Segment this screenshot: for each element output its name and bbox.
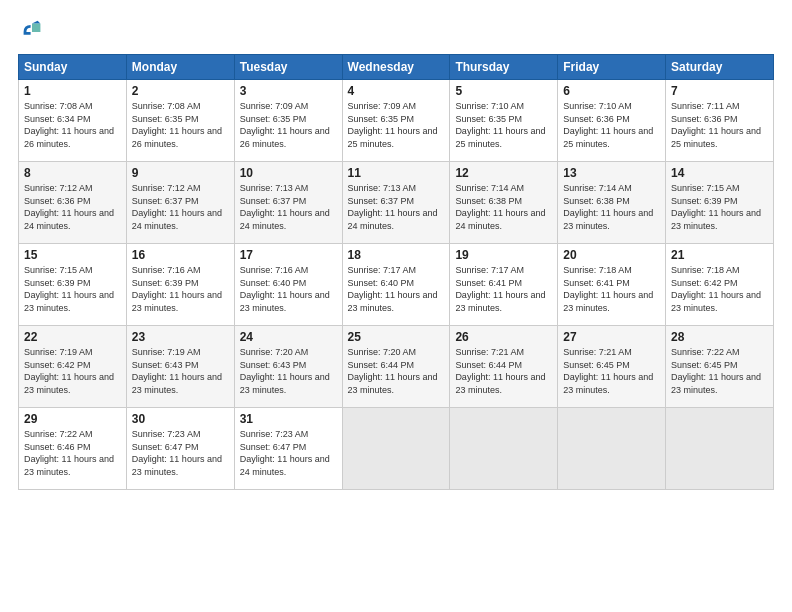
col-header-friday: Friday [558, 55, 666, 80]
day-info: Sunrise: 7:14 AMSunset: 6:38 PMDaylight:… [563, 182, 660, 232]
day-number: 18 [348, 248, 445, 262]
calendar-cell: 19 Sunrise: 7:17 AMSunset: 6:41 PMDaylig… [450, 244, 558, 326]
day-info: Sunrise: 7:19 AMSunset: 6:43 PMDaylight:… [132, 346, 229, 396]
day-number: 13 [563, 166, 660, 180]
calendar-cell: 24 Sunrise: 7:20 AMSunset: 6:43 PMDaylig… [234, 326, 342, 408]
calendar-cell: 18 Sunrise: 7:17 AMSunset: 6:40 PMDaylig… [342, 244, 450, 326]
day-info: Sunrise: 7:14 AMSunset: 6:38 PMDaylight:… [455, 182, 552, 232]
day-number: 9 [132, 166, 229, 180]
day-info: Sunrise: 7:21 AMSunset: 6:45 PMDaylight:… [563, 346, 660, 396]
calendar-cell: 7 Sunrise: 7:11 AMSunset: 6:36 PMDayligh… [666, 80, 774, 162]
day-number: 3 [240, 84, 337, 98]
day-info: Sunrise: 7:23 AMSunset: 6:47 PMDaylight:… [132, 428, 229, 478]
day-number: 10 [240, 166, 337, 180]
day-info: Sunrise: 7:10 AMSunset: 6:36 PMDaylight:… [563, 100, 660, 150]
calendar-cell [666, 408, 774, 490]
day-number: 12 [455, 166, 552, 180]
day-number: 26 [455, 330, 552, 344]
day-info: Sunrise: 7:20 AMSunset: 6:44 PMDaylight:… [348, 346, 445, 396]
day-number: 15 [24, 248, 121, 262]
calendar-cell: 12 Sunrise: 7:14 AMSunset: 6:38 PMDaylig… [450, 162, 558, 244]
logo [18, 18, 50, 46]
calendar-cell: 27 Sunrise: 7:21 AMSunset: 6:45 PMDaylig… [558, 326, 666, 408]
calendar-cell: 21 Sunrise: 7:18 AMSunset: 6:42 PMDaylig… [666, 244, 774, 326]
calendar-cell: 17 Sunrise: 7:16 AMSunset: 6:40 PMDaylig… [234, 244, 342, 326]
day-info: Sunrise: 7:12 AMSunset: 6:37 PMDaylight:… [132, 182, 229, 232]
day-number: 22 [24, 330, 121, 344]
day-number: 23 [132, 330, 229, 344]
col-header-monday: Monday [126, 55, 234, 80]
calendar-cell: 8 Sunrise: 7:12 AMSunset: 6:36 PMDayligh… [19, 162, 127, 244]
calendar-cell: 13 Sunrise: 7:14 AMSunset: 6:38 PMDaylig… [558, 162, 666, 244]
day-info: Sunrise: 7:22 AMSunset: 6:46 PMDaylight:… [24, 428, 121, 478]
day-info: Sunrise: 7:16 AMSunset: 6:39 PMDaylight:… [132, 264, 229, 314]
calendar-cell: 30 Sunrise: 7:23 AMSunset: 6:47 PMDaylig… [126, 408, 234, 490]
day-number: 30 [132, 412, 229, 426]
calendar-week-4: 22 Sunrise: 7:19 AMSunset: 6:42 PMDaylig… [19, 326, 774, 408]
logo-icon [18, 18, 46, 46]
day-number: 25 [348, 330, 445, 344]
day-number: 6 [563, 84, 660, 98]
calendar-cell [342, 408, 450, 490]
day-number: 28 [671, 330, 768, 344]
calendar-cell: 15 Sunrise: 7:15 AMSunset: 6:39 PMDaylig… [19, 244, 127, 326]
day-number: 20 [563, 248, 660, 262]
day-number: 11 [348, 166, 445, 180]
day-info: Sunrise: 7:15 AMSunset: 6:39 PMDaylight:… [24, 264, 121, 314]
day-info: Sunrise: 7:15 AMSunset: 6:39 PMDaylight:… [671, 182, 768, 232]
calendar-cell: 4 Sunrise: 7:09 AMSunset: 6:35 PMDayligh… [342, 80, 450, 162]
calendar-week-2: 8 Sunrise: 7:12 AMSunset: 6:36 PMDayligh… [19, 162, 774, 244]
calendar-cell: 10 Sunrise: 7:13 AMSunset: 6:37 PMDaylig… [234, 162, 342, 244]
day-info: Sunrise: 7:11 AMSunset: 6:36 PMDaylight:… [671, 100, 768, 150]
day-info: Sunrise: 7:10 AMSunset: 6:35 PMDaylight:… [455, 100, 552, 150]
day-number: 27 [563, 330, 660, 344]
calendar-cell: 22 Sunrise: 7:19 AMSunset: 6:42 PMDaylig… [19, 326, 127, 408]
col-header-saturday: Saturday [666, 55, 774, 80]
day-number: 1 [24, 84, 121, 98]
calendar-cell: 1 Sunrise: 7:08 AMSunset: 6:34 PMDayligh… [19, 80, 127, 162]
calendar-week-5: 29 Sunrise: 7:22 AMSunset: 6:46 PMDaylig… [19, 408, 774, 490]
col-header-sunday: Sunday [19, 55, 127, 80]
day-info: Sunrise: 7:16 AMSunset: 6:40 PMDaylight:… [240, 264, 337, 314]
day-info: Sunrise: 7:23 AMSunset: 6:47 PMDaylight:… [240, 428, 337, 478]
day-number: 17 [240, 248, 337, 262]
col-header-thursday: Thursday [450, 55, 558, 80]
day-info: Sunrise: 7:20 AMSunset: 6:43 PMDaylight:… [240, 346, 337, 396]
calendar-cell: 29 Sunrise: 7:22 AMSunset: 6:46 PMDaylig… [19, 408, 127, 490]
day-info: Sunrise: 7:18 AMSunset: 6:42 PMDaylight:… [671, 264, 768, 314]
calendar-cell: 14 Sunrise: 7:15 AMSunset: 6:39 PMDaylig… [666, 162, 774, 244]
calendar-cell: 11 Sunrise: 7:13 AMSunset: 6:37 PMDaylig… [342, 162, 450, 244]
day-info: Sunrise: 7:12 AMSunset: 6:36 PMDaylight:… [24, 182, 121, 232]
calendar-week-3: 15 Sunrise: 7:15 AMSunset: 6:39 PMDaylig… [19, 244, 774, 326]
day-info: Sunrise: 7:17 AMSunset: 6:41 PMDaylight:… [455, 264, 552, 314]
calendar-cell: 25 Sunrise: 7:20 AMSunset: 6:44 PMDaylig… [342, 326, 450, 408]
calendar-cell: 5 Sunrise: 7:10 AMSunset: 6:35 PMDayligh… [450, 80, 558, 162]
day-number: 7 [671, 84, 768, 98]
day-info: Sunrise: 7:08 AMSunset: 6:35 PMDaylight:… [132, 100, 229, 150]
calendar-week-1: 1 Sunrise: 7:08 AMSunset: 6:34 PMDayligh… [19, 80, 774, 162]
calendar-cell [558, 408, 666, 490]
calendar-header-row: SundayMondayTuesdayWednesdayThursdayFrid… [19, 55, 774, 80]
calendar-cell: 16 Sunrise: 7:16 AMSunset: 6:39 PMDaylig… [126, 244, 234, 326]
day-info: Sunrise: 7:19 AMSunset: 6:42 PMDaylight:… [24, 346, 121, 396]
day-number: 5 [455, 84, 552, 98]
calendar-cell: 3 Sunrise: 7:09 AMSunset: 6:35 PMDayligh… [234, 80, 342, 162]
day-info: Sunrise: 7:08 AMSunset: 6:34 PMDaylight:… [24, 100, 121, 150]
day-info: Sunrise: 7:13 AMSunset: 6:37 PMDaylight:… [240, 182, 337, 232]
calendar-cell: 9 Sunrise: 7:12 AMSunset: 6:37 PMDayligh… [126, 162, 234, 244]
day-number: 4 [348, 84, 445, 98]
header [18, 18, 774, 46]
col-header-wednesday: Wednesday [342, 55, 450, 80]
day-info: Sunrise: 7:17 AMSunset: 6:40 PMDaylight:… [348, 264, 445, 314]
day-info: Sunrise: 7:21 AMSunset: 6:44 PMDaylight:… [455, 346, 552, 396]
col-header-tuesday: Tuesday [234, 55, 342, 80]
day-info: Sunrise: 7:09 AMSunset: 6:35 PMDaylight:… [348, 100, 445, 150]
calendar-cell: 20 Sunrise: 7:18 AMSunset: 6:41 PMDaylig… [558, 244, 666, 326]
day-number: 14 [671, 166, 768, 180]
calendar-cell: 2 Sunrise: 7:08 AMSunset: 6:35 PMDayligh… [126, 80, 234, 162]
calendar-cell: 28 Sunrise: 7:22 AMSunset: 6:45 PMDaylig… [666, 326, 774, 408]
calendar-cell: 6 Sunrise: 7:10 AMSunset: 6:36 PMDayligh… [558, 80, 666, 162]
day-number: 8 [24, 166, 121, 180]
calendar-cell [450, 408, 558, 490]
day-info: Sunrise: 7:13 AMSunset: 6:37 PMDaylight:… [348, 182, 445, 232]
